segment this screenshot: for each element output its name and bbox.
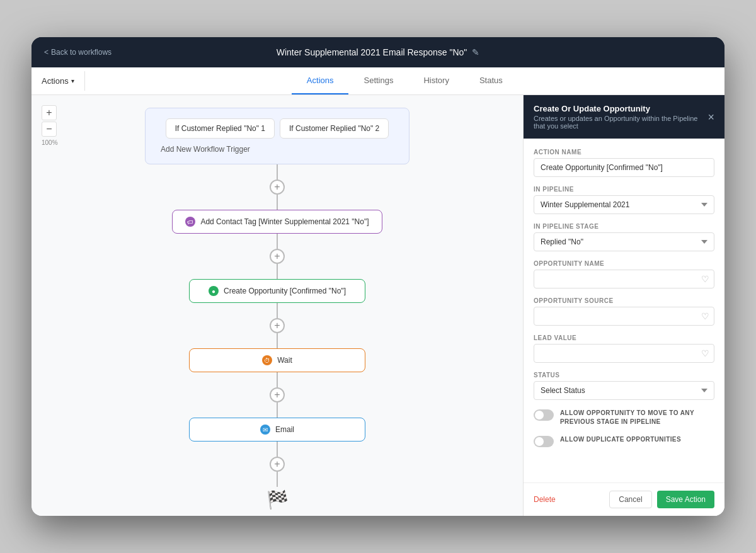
- pipeline-select[interactable]: Winter Supplemental 2021: [534, 195, 714, 214]
- workflow-title-text: Winter Supplemental 2021 Email Response …: [277, 47, 467, 57]
- lead-value-icon: ♡: [701, 348, 709, 358]
- connector-7: [277, 372, 278, 387]
- opportunity-source-field: OPPORTUNITY SOURCE ♡: [534, 297, 714, 326]
- connector-6: [277, 333, 278, 348]
- panel-header: Create Or Update Opportunity Creates or …: [524, 95, 724, 139]
- email-icon: ✉: [260, 425, 270, 435]
- back-link[interactable]: Back to workflows: [44, 48, 112, 57]
- canvas-area: + − 100% If Customer Replied "No" 1 If C…: [32, 95, 724, 516]
- tab-history[interactable]: History: [408, 67, 464, 94]
- panel-footer: Delete Cancel Save Action: [524, 482, 724, 516]
- actions-dropdown[interactable]: Actions: [32, 71, 85, 91]
- pipeline-label: IN PIPELINE: [534, 186, 714, 193]
- connector-9: [277, 442, 278, 457]
- workflow-nodes: If Customer Replied "No" 1 If Customer R…: [32, 95, 523, 510]
- tabs: Actions Settings History Status: [85, 67, 724, 94]
- app-frame: Back to workflows Winter Supplemental 20…: [32, 37, 724, 516]
- pipeline-stage-field: IN PIPELINE STAGE Replied "No": [534, 223, 714, 251]
- toggle-duplicate-label: ALLOW DUPLICATE OPPORTUNITIES: [560, 435, 681, 444]
- zoom-in-button[interactable]: +: [42, 105, 57, 120]
- opportunity-source-label: OPPORTUNITY SOURCE: [534, 297, 714, 304]
- toggle-previous-stage-label: ALLOW OPPORTUNITY TO MOVE TO ANY PREVIOU…: [560, 409, 714, 426]
- top-bar: Back to workflows Winter Supplemental 20…: [32, 37, 724, 67]
- lead-value-label: LEAD VALUE: [534, 334, 714, 341]
- toggle-duplicate-row: ALLOW DUPLICATE OPPORTUNITIES: [534, 435, 714, 447]
- lead-value-field: LEAD VALUE ♡: [534, 334, 714, 363]
- pipeline-stage-label: IN PIPELINE STAGE: [534, 223, 714, 230]
- add-trigger-button[interactable]: Add New Workflow Trigger: [161, 145, 394, 154]
- zoom-level: 100%: [42, 139, 58, 146]
- close-button[interactable]: ×: [707, 111, 714, 123]
- opportunity-name-label: OPPORTUNITY NAME: [534, 260, 714, 267]
- panel-header-text: Create Or Update Opportunity Creates or …: [534, 104, 707, 130]
- connector-4: [277, 264, 278, 279]
- opportunity-source-input[interactable]: [534, 307, 714, 326]
- add-node-1[interactable]: +: [270, 180, 285, 195]
- tab-actions[interactable]: Actions: [292, 67, 349, 94]
- wait-node-label: Wait: [277, 356, 292, 365]
- workflow-title: Winter Supplemental 2021 Email Response …: [277, 47, 480, 57]
- add-node-2[interactable]: +: [270, 249, 285, 264]
- add-node-4[interactable]: +: [270, 387, 285, 402]
- connector-1: [277, 164, 278, 180]
- delete-button[interactable]: Delete: [534, 495, 556, 504]
- toggle-previous-stage[interactable]: [534, 409, 554, 421]
- action-name-input[interactable]: [534, 158, 714, 177]
- main-content: Actions Actions Settings History Status …: [32, 67, 724, 516]
- right-panel: Create Or Update Opportunity Creates or …: [523, 95, 724, 516]
- opportunity-icon: ●: [209, 286, 219, 296]
- panel-subtitle: Creates or updates an Opportunity within…: [534, 115, 707, 130]
- status-label: STATUS: [534, 372, 714, 379]
- footer-actions: Cancel Save Action: [609, 491, 714, 508]
- workflow-canvas: + − 100% If Customer Replied "No" 1 If C…: [32, 95, 523, 516]
- trigger-chip-1[interactable]: If Customer Replied "No" 1: [166, 118, 275, 139]
- opportunity-name-icon: ♡: [701, 274, 709, 284]
- action-name-field: ACTION NAME: [534, 149, 714, 177]
- status-select[interactable]: Select Status: [534, 381, 714, 400]
- opportunity-source-icon: ♡: [701, 311, 709, 321]
- pipeline-field: IN PIPELINE Winter Supplemental 2021: [534, 186, 714, 214]
- action-name-label: ACTION NAME: [534, 149, 714, 156]
- email-node-label: Email: [275, 425, 294, 434]
- email-node[interactable]: ✉ Email: [189, 418, 365, 442]
- connector-10: [277, 472, 278, 487]
- panel-body: ACTION NAME IN PIPELINE Winter Supplemen…: [524, 139, 724, 482]
- panel-title: Create Or Update Opportunity: [534, 104, 707, 113]
- cancel-button[interactable]: Cancel: [609, 491, 651, 508]
- tag-node[interactable]: 🏷 Add Contact Tag [Winter Supplemental 2…: [172, 210, 382, 234]
- add-node-5[interactable]: +: [270, 457, 285, 472]
- opportunity-node-label: Create Opportunity [Confirmed "No"]: [224, 287, 346, 295]
- add-node-3[interactable]: +: [270, 318, 285, 333]
- status-field: STATUS Select Status: [534, 372, 714, 400]
- trigger-block: If Customer Replied "No" 1 If Customer R…: [145, 108, 410, 164]
- connector-3: [277, 234, 278, 249]
- lead-value-wrapper: ♡: [534, 344, 714, 363]
- finish-flag: 🏁: [266, 489, 289, 510]
- connector-5: [277, 303, 278, 318]
- toggle-previous-stage-row: ALLOW OPPORTUNITY TO MOVE TO ANY PREVIOU…: [534, 409, 714, 426]
- trigger-chip-2[interactable]: If Customer Replied "No" 2: [280, 118, 389, 139]
- tag-node-label: Add Contact Tag [Winter Supplemental 202…: [200, 217, 369, 226]
- tab-status[interactable]: Status: [464, 67, 518, 94]
- connector-8: [277, 402, 278, 418]
- toggle-duplicate[interactable]: [534, 436, 554, 447]
- opportunity-name-input[interactable]: [534, 270, 714, 288]
- tag-icon: 🏷: [185, 217, 195, 227]
- tab-settings[interactable]: Settings: [348, 67, 408, 94]
- opportunity-source-wrapper: ♡: [534, 307, 714, 326]
- opportunity-name-field: OPPORTUNITY NAME ♡: [534, 260, 714, 288]
- edit-icon[interactable]: ✎: [472, 47, 479, 57]
- wait-icon: ⏱: [262, 355, 272, 365]
- lead-value-input[interactable]: [534, 344, 714, 363]
- zoom-out-button[interactable]: −: [42, 122, 57, 137]
- wait-node[interactable]: ⏱ Wait: [189, 348, 365, 372]
- trigger-row: If Customer Replied "No" 1 If Customer R…: [161, 118, 394, 139]
- pipeline-stage-select[interactable]: Replied "No": [534, 232, 714, 251]
- save-action-button[interactable]: Save Action: [657, 491, 714, 508]
- zoom-controls: + − 100%: [42, 105, 58, 146]
- connector-2: [277, 195, 278, 210]
- opportunity-name-wrapper: ♡: [534, 270, 714, 288]
- add-trigger-label: Add New Workflow Trigger: [161, 145, 250, 154]
- opportunity-node[interactable]: ● Create Opportunity [Confirmed "No"]: [189, 279, 365, 303]
- tab-bar: Actions Actions Settings History Status: [32, 67, 724, 95]
